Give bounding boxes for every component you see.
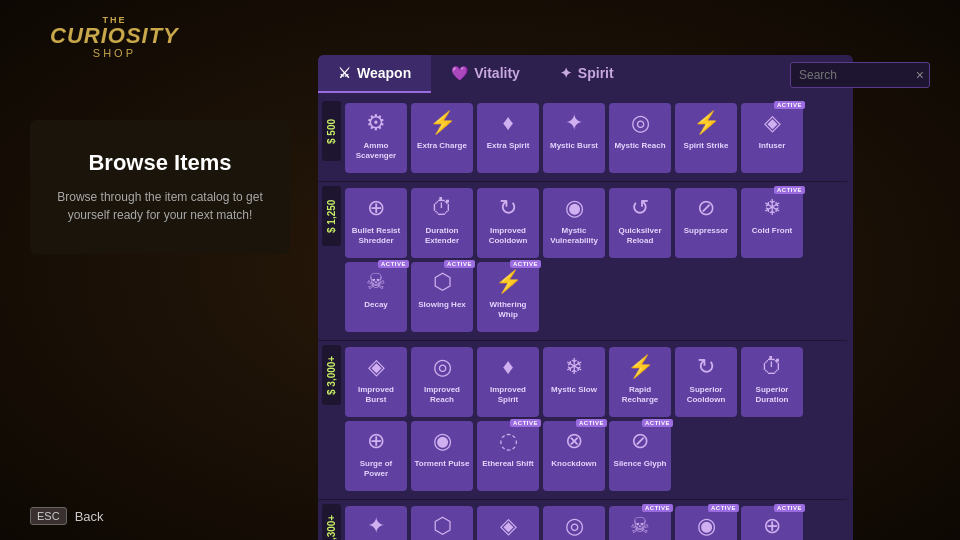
tab-spirit[interactable]: ✦ Spirit [540, 55, 634, 93]
item-card-0-2[interactable]: ♦Extra Spirit [477, 103, 539, 173]
item-card-0-4[interactable]: ◎Mystic Reach [609, 103, 671, 173]
tab-vitality-label: Vitality [474, 65, 520, 81]
item-icon-2-4: ⚡ [620, 351, 660, 383]
item-icon-0-2: ♦ [488, 107, 528, 139]
item-card-0-3[interactable]: ✦Mystic Burst [543, 103, 605, 173]
item-icon-1-3: ◉ [554, 192, 594, 224]
tab-weapon[interactable]: ⚔ Weapon [318, 55, 431, 93]
item-card-0-0[interactable]: ⚙Ammo Scavenger [345, 103, 407, 173]
item-card-2-0[interactable]: ◈Improved Burst [345, 347, 407, 417]
item-card-2-5[interactable]: ↻Superior Cooldown [675, 347, 737, 417]
active-badge-1-6: ACTIVE [774, 186, 805, 194]
tabs-bar: ⚔ Weapon 💜 Vitality ✦ Spirit [318, 55, 853, 93]
price-label-1: $ 1,250 [322, 186, 341, 246]
item-icon-0-6: ◈ [752, 107, 792, 139]
item-card-3-6[interactable]: ACTIVE⊕Magic Carpet [741, 506, 803, 540]
item-icon-1-4: ↺ [620, 192, 660, 224]
item-card-3-2[interactable]: ◈Escalating Exposure [477, 506, 539, 540]
search-clear-icon[interactable]: × [916, 67, 924, 83]
logo-main: CURIOSITY [50, 25, 179, 47]
item-icon-0-3: ✦ [554, 107, 594, 139]
item-card-2-3[interactable]: ❄Mystic Slow [543, 347, 605, 417]
item-card-2-8[interactable]: ◉Torment Pulse [411, 421, 473, 491]
item-card-1-4[interactable]: ↺Quicksilver Reload [609, 188, 671, 258]
item-name-1-5: Suppressor [684, 226, 728, 236]
item-name-2-4: Rapid Recharge [612, 385, 668, 404]
items-row-2: ◈Improved Burst◎Improved Reach♦Improved … [345, 343, 847, 495]
price-row-0: $ 500⚙Ammo Scavenger⚡Extra Charge♦Extra … [318, 99, 847, 177]
item-name-2-6: Superior Duration [744, 385, 800, 404]
item-card-2-9[interactable]: ACTIVE◌Ethereal Shift [477, 421, 539, 491]
item-name-2-2: Improved Spirit [480, 385, 536, 404]
item-icon-2-2: ♦ [488, 351, 528, 383]
item-name-1-1: Duration Extender [414, 226, 470, 245]
active-badge-2-11: ACTIVE [642, 419, 673, 427]
item-icon-2-3: ❄ [554, 351, 594, 383]
price-label-2: $ 3,000+ [322, 345, 341, 405]
item-name-2-0: Improved Burst [348, 385, 404, 404]
item-name-2-3: Mystic Slow [551, 385, 597, 395]
item-name-2-8: Torment Pulse [415, 459, 470, 469]
item-card-1-5[interactable]: ⊘Suppressor [675, 188, 737, 258]
item-icon-1-6: ❄ [752, 192, 792, 224]
item-card-1-7[interactable]: ACTIVE☠Decay [345, 262, 407, 332]
item-card-2-4[interactable]: ⚡Rapid Recharge [609, 347, 671, 417]
item-card-2-10[interactable]: ACTIVE⊗Knockdown [543, 421, 605, 491]
item-icon-2-5: ↻ [686, 351, 726, 383]
item-card-1-9[interactable]: ACTIVE⚡Withering Whip [477, 262, 539, 332]
item-card-3-0[interactable]: ✦Boundless Spirit [345, 506, 407, 540]
item-card-0-6[interactable]: ACTIVE◈Infuser [741, 103, 803, 173]
item-icon-1-5: ⊘ [686, 192, 726, 224]
active-badge-2-9: ACTIVE [510, 419, 541, 427]
item-card-2-6[interactable]: ⏱Superior Duration [741, 347, 803, 417]
item-icon-0-5: ⚡ [686, 107, 726, 139]
price-row-2: $ 3,000+◈Improved Burst◎Improved Reach♦I… [318, 343, 847, 495]
item-name-0-3: Mystic Burst [550, 141, 598, 151]
search-input[interactable] [790, 62, 930, 88]
item-card-3-5[interactable]: ACTIVE◉Echo Shard [675, 506, 737, 540]
active-badge-3-4: ACTIVE [642, 504, 673, 512]
item-card-1-8[interactable]: ACTIVE⬡Slowing Hex [411, 262, 473, 332]
item-card-1-3[interactable]: ◉Mystic Vulnerability [543, 188, 605, 258]
back-label: Back [75, 509, 104, 524]
item-icon-3-1: ⬡ [422, 510, 462, 540]
item-name-1-0: Bullet Resist Shredder [348, 226, 404, 245]
item-name-2-5: Superior Cooldown [678, 385, 734, 404]
item-icon-1-8: ⬡ [422, 266, 462, 298]
item-card-1-0[interactable]: ⊕Bullet Resist Shredder [345, 188, 407, 258]
price-row-3: $ 6,300+✦Boundless Spirit⬡Diviner's Kevl… [318, 502, 847, 540]
tab-weapon-label: Weapon [357, 65, 411, 81]
active-badge-1-9: ACTIVE [510, 260, 541, 268]
price-label-0: $ 500 [322, 101, 341, 161]
item-name-1-4: Quicksilver Reload [612, 226, 668, 245]
items-row-1: ⊕Bullet Resist Shredder⏱Duration Extende… [345, 184, 847, 336]
item-card-2-11[interactable]: ACTIVE⊘Silence Glyph [609, 421, 671, 491]
spirit-icon: ✦ [560, 65, 572, 81]
esc-back-area: ESC Back [30, 507, 104, 525]
item-name-0-0: Ammo Scavenger [348, 141, 404, 160]
item-card-0-1[interactable]: ⚡Extra Charge [411, 103, 473, 173]
item-card-2-2[interactable]: ♦Improved Spirit [477, 347, 539, 417]
tab-vitality[interactable]: 💜 Vitality [431, 55, 540, 93]
esc-badge: ESC [30, 507, 67, 525]
item-card-1-6[interactable]: ACTIVE❄Cold Front [741, 188, 803, 258]
item-icon-2-10: ⊗ [554, 425, 594, 457]
item-card-3-3[interactable]: ◎Mystic Reverb [543, 506, 605, 540]
items-area: $ 500⚙Ammo Scavenger⚡Extra Charge♦Extra … [318, 93, 853, 540]
item-icon-1-1: ⏱ [422, 192, 462, 224]
item-icon-2-7: ⊕ [356, 425, 396, 457]
item-name-0-1: Extra Charge [417, 141, 467, 151]
item-icon-0-1: ⚡ [422, 107, 462, 139]
active-badge-0-6: ACTIVE [774, 101, 805, 109]
item-card-3-1[interactable]: ⬡Diviner's Kevlar [411, 506, 473, 540]
weapon-icon: ⚔ [338, 65, 351, 81]
item-card-2-1[interactable]: ◎Improved Reach [411, 347, 473, 417]
item-card-1-1[interactable]: ⏱Duration Extender [411, 188, 473, 258]
item-card-2-7[interactable]: ⊕Surge of Power [345, 421, 407, 491]
item-card-3-4[interactable]: ACTIVE☠Curse [609, 506, 671, 540]
sidebar-title: Browse Items [50, 150, 270, 176]
active-badge-3-5: ACTIVE [708, 504, 739, 512]
item-card-1-2[interactable]: ↻Improved Cooldown [477, 188, 539, 258]
item-card-0-5[interactable]: ⚡Spirit Strike [675, 103, 737, 173]
item-icon-3-5: ◉ [686, 510, 726, 540]
